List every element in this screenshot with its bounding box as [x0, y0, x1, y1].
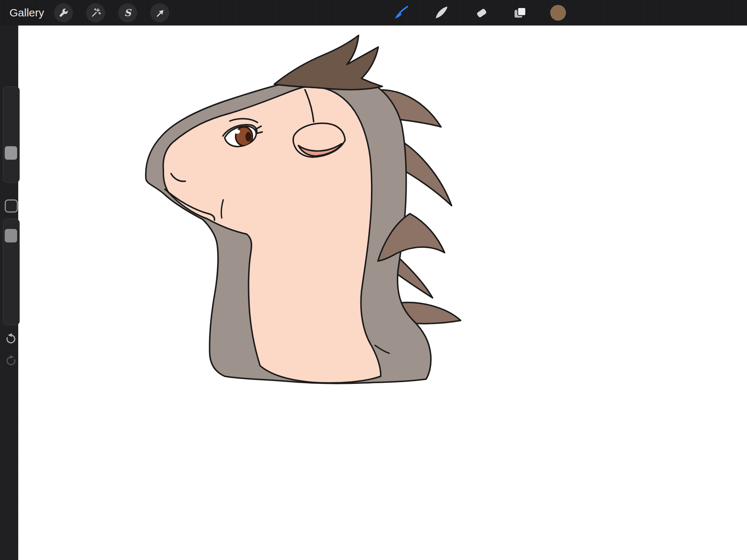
pupil [245, 132, 251, 141]
eraser-icon [474, 5, 489, 20]
redo-button[interactable] [4, 353, 18, 368]
selection-button[interactable]: S [118, 3, 137, 22]
svg-text:S: S [124, 7, 132, 18]
smudge-icon [434, 5, 449, 20]
top-toolbar: Gallery S [0, 0, 747, 26]
transform-button[interactable] [150, 3, 169, 22]
brush-size-handle[interactable] [5, 146, 17, 160]
wrench-icon [58, 7, 69, 18]
horse-artwork [18, 26, 747, 560]
eye-highlight [234, 129, 240, 134]
magic-wand-icon [90, 7, 101, 18]
paint-tool-button[interactable] [392, 4, 410, 22]
gallery-button[interactable]: Gallery [9, 0, 44, 26]
smudge-tool-button[interactable] [433, 4, 450, 22]
paintbrush-icon [393, 5, 409, 21]
layers-button[interactable] [511, 4, 529, 22]
undo-button[interactable] [4, 331, 18, 346]
opacity-slider[interactable] [3, 219, 20, 325]
adjustments-button[interactable] [86, 3, 105, 22]
redo-arrow-icon [5, 354, 17, 366]
color-swatch-icon [550, 4, 566, 21]
selection-s-icon: S [122, 7, 133, 19]
brush-size-slider[interactable] [3, 86, 20, 183]
erase-tool-button[interactable] [473, 4, 490, 22]
transform-arrow-icon [154, 7, 165, 18]
layers-icon [512, 5, 528, 20]
drawing-canvas[interactable] [18, 26, 747, 560]
opacity-handle[interactable] [5, 229, 17, 242]
actions-button[interactable] [54, 3, 73, 22]
procreate-window: Gallery S [0, 0, 747, 560]
undo-arrow-icon [5, 332, 17, 345]
color-button[interactable] [549, 4, 567, 22]
modify-button[interactable] [5, 199, 18, 213]
